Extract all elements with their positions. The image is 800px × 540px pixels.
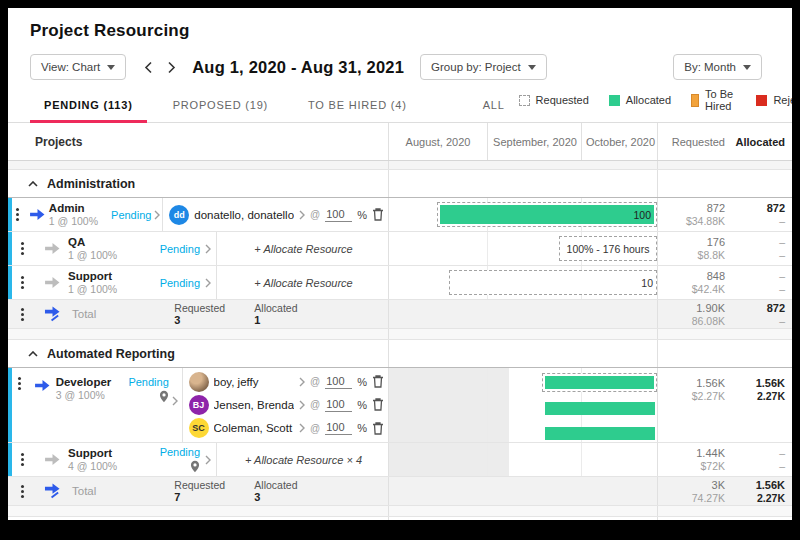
toolbar: View: Chart Aug 1, 2020 - Aug 31, 2021 G… [30, 52, 770, 82]
status-pending-link[interactable]: Pending [111, 209, 151, 221]
go-to-project-icon[interactable] [44, 242, 61, 255]
collapse-group-icon[interactable] [28, 351, 38, 357]
resource-name[interactable]: donatello, donatello [194, 209, 294, 221]
by-period-dropdown[interactable]: By: Month [673, 54, 762, 80]
allocate-resource-link[interactable]: + Allocate Resource × 4 [223, 454, 384, 466]
allocated-bar[interactable]: 100 [440, 205, 654, 224]
role-name: Support [68, 270, 160, 283]
group-name[interactable]: Administration [47, 177, 135, 191]
allocated-swatch-icon [609, 95, 620, 106]
chevron-right-icon[interactable] [172, 396, 178, 406]
chevron-right-icon[interactable] [205, 455, 211, 465]
next-period-button[interactable] [167, 61, 176, 74]
tabs-bar: PENDING (113) PROPOSED (19) TO BE HIRED … [8, 92, 792, 123]
at-symbol: @ [310, 376, 320, 387]
role-name: Developer [56, 376, 129, 389]
go-to-project-icon[interactable] [29, 208, 46, 221]
go-to-project-icon[interactable] [34, 379, 51, 392]
requested-hours: 872 [707, 201, 725, 215]
drag-handle-icon[interactable] [8, 368, 30, 442]
avatar[interactable]: dd [169, 205, 189, 225]
legend-rejected: Rejected [773, 94, 792, 106]
delete-resource-icon[interactable] [372, 375, 384, 388]
spacer-strip [8, 329, 792, 340]
delete-resource-icon[interactable] [372, 422, 384, 435]
allocation-percent-input[interactable] [325, 208, 352, 222]
tab-all[interactable]: ALL [469, 99, 519, 122]
out-of-range-shading [389, 443, 509, 476]
status-pending-link[interactable]: Pending [128, 376, 168, 388]
total-allocated-label: Allocated [254, 302, 297, 314]
avatar[interactable]: SC [189, 418, 209, 438]
total-requested-hours: 1.90K [696, 301, 725, 315]
allocation-percent-input[interactable] [325, 375, 352, 389]
drag-handle-icon[interactable] [8, 443, 36, 476]
chevron-right-icon[interactable] [299, 423, 305, 433]
view-dropdown[interactable]: View: Chart [30, 54, 126, 80]
go-to-project-icon[interactable] [44, 276, 61, 289]
requested-cost: $34.88K [686, 215, 725, 228]
status-pending-link[interactable]: Pending [160, 277, 200, 289]
group-header-erp: ERP - On-Prem to SAAS Migration [8, 517, 792, 520]
project-resourcing-app: Project Resourcing View: Chart Aug 1, 20… [8, 8, 792, 520]
spacer-strip [8, 161, 792, 170]
group-header-automated-reporting: Automated Reporting [8, 340, 792, 368]
requested-hours: 848 [707, 269, 725, 283]
drag-handle-icon[interactable] [8, 266, 36, 299]
allocated-hours: – [779, 236, 785, 249]
tab-to-be-hired[interactable]: TO BE HIRED (4) [294, 99, 421, 122]
group-name[interactable]: Automated Reporting [47, 347, 175, 361]
allocated-hours: – [779, 447, 785, 460]
group-by-dropdown[interactable]: Group by: Project [420, 54, 546, 80]
resource-name[interactable]: Coleman, Scott [214, 422, 295, 434]
chevron-right-icon[interactable] [299, 400, 305, 410]
requested-swatch-icon [519, 95, 530, 106]
delete-resource-icon[interactable] [372, 398, 384, 411]
allocated-bar[interactable] [545, 402, 655, 415]
allocate-resource-link[interactable]: + Allocate Resource [223, 243, 384, 255]
resource-name[interactable]: boy, jeffy [214, 376, 295, 388]
requested-cost: $42.4K [692, 283, 725, 296]
to-be-hired-swatch-icon [691, 94, 699, 107]
tab-proposed[interactable]: PROPOSED (19) [159, 99, 282, 122]
requested-bar[interactable] [542, 373, 657, 392]
chevron-right-icon[interactable] [154, 210, 160, 220]
avatar[interactable]: BJ [189, 395, 209, 415]
prev-period-button[interactable] [144, 61, 153, 74]
allocated-bar[interactable] [545, 427, 655, 440]
allocation-percent-input[interactable] [325, 398, 352, 412]
location-pin-icon [190, 460, 200, 473]
requested-bar[interactable]: 100 [437, 202, 657, 227]
total-arrow-icon[interactable] [44, 306, 61, 322]
allocated-hours: – [779, 270, 785, 283]
resource-name[interactable]: Jensen, Brenda [214, 399, 295, 411]
total-requested-count: 7 [174, 491, 254, 503]
delete-resource-icon[interactable] [372, 208, 384, 221]
month-header: October, 2020 [581, 123, 659, 160]
chevron-right-icon[interactable] [299, 377, 305, 387]
drag-handle-icon[interactable] [8, 198, 27, 231]
requested-bar[interactable]: 10 [449, 270, 657, 295]
total-allocated-label: Allocated [254, 479, 297, 491]
requested-bar[interactable]: 100% - 176 hours [559, 236, 657, 261]
drag-handle-icon[interactable] [8, 313, 36, 316]
total-label: Total [72, 308, 96, 320]
status-pending-link[interactable]: Pending [160, 446, 200, 458]
collapse-group-icon[interactable] [28, 181, 38, 187]
allocated-column-header: Allocated [735, 136, 785, 148]
avatar-photo[interactable] [189, 372, 209, 392]
drag-handle-icon[interactable] [8, 232, 36, 265]
chevron-right-icon[interactable] [205, 278, 211, 288]
role-name: Support [68, 447, 160, 460]
total-arrow-icon[interactable] [44, 483, 61, 499]
chevron-right-icon[interactable] [205, 244, 211, 254]
chevron-right-icon[interactable] [299, 210, 305, 220]
legend: Requested Allocated To Be Hired Rejected [519, 88, 792, 122]
drag-handle-icon[interactable] [8, 490, 36, 493]
allocate-resource-link[interactable]: + Allocate Resource [223, 277, 384, 289]
status-pending-link[interactable]: Pending [160, 243, 200, 255]
tab-pending[interactable]: PENDING (113) [30, 99, 147, 122]
allocated-bar[interactable] [545, 376, 654, 389]
allocation-percent-input[interactable] [325, 421, 352, 435]
go-to-project-icon[interactable] [44, 453, 61, 466]
